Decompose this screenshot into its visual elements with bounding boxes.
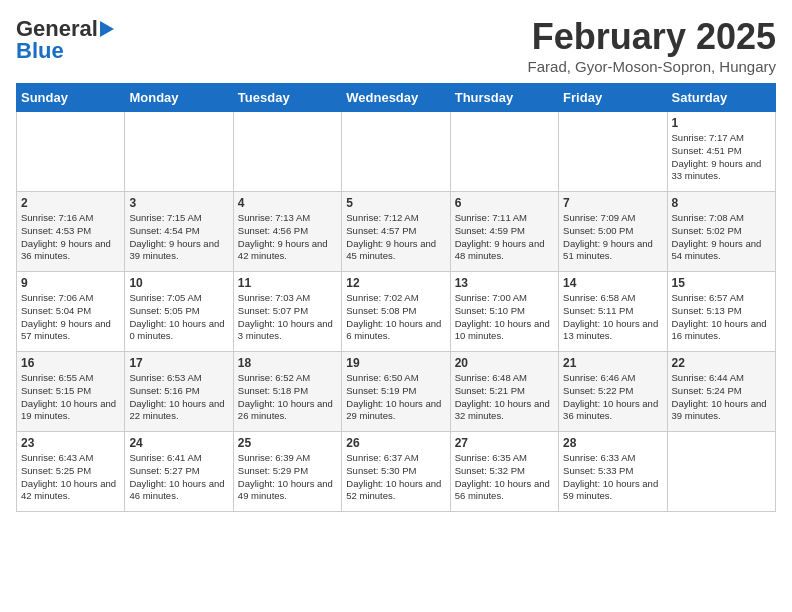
day-number: 17	[129, 356, 228, 370]
day-info: Sunrise: 7:12 AM Sunset: 4:57 PM Dayligh…	[346, 212, 445, 263]
day-number: 7	[563, 196, 662, 210]
day-number: 14	[563, 276, 662, 290]
day-number: 28	[563, 436, 662, 450]
logo-arrow-icon	[100, 21, 114, 37]
day-info: Sunrise: 7:17 AM Sunset: 4:51 PM Dayligh…	[672, 132, 771, 183]
calendar-cell: 16Sunrise: 6:55 AM Sunset: 5:15 PM Dayli…	[17, 352, 125, 432]
month-title: February 2025	[528, 16, 776, 58]
day-number: 3	[129, 196, 228, 210]
calendar-cell: 25Sunrise: 6:39 AM Sunset: 5:29 PM Dayli…	[233, 432, 341, 512]
day-info: Sunrise: 6:58 AM Sunset: 5:11 PM Dayligh…	[563, 292, 662, 343]
day-info: Sunrise: 6:35 AM Sunset: 5:32 PM Dayligh…	[455, 452, 554, 503]
weekday-header: Sunday	[17, 84, 125, 112]
day-number: 16	[21, 356, 120, 370]
calendar-cell: 1Sunrise: 7:17 AM Sunset: 4:51 PM Daylig…	[667, 112, 775, 192]
day-info: Sunrise: 7:03 AM Sunset: 5:07 PM Dayligh…	[238, 292, 337, 343]
calendar-cell	[667, 432, 775, 512]
calendar-cell: 21Sunrise: 6:46 AM Sunset: 5:22 PM Dayli…	[559, 352, 667, 432]
calendar-cell: 7Sunrise: 7:09 AM Sunset: 5:00 PM Daylig…	[559, 192, 667, 272]
calendar-cell: 4Sunrise: 7:13 AM Sunset: 4:56 PM Daylig…	[233, 192, 341, 272]
weekday-header: Saturday	[667, 84, 775, 112]
day-info: Sunrise: 7:05 AM Sunset: 5:05 PM Dayligh…	[129, 292, 228, 343]
day-number: 26	[346, 436, 445, 450]
day-number: 8	[672, 196, 771, 210]
calendar-header-row: SundayMondayTuesdayWednesdayThursdayFrid…	[17, 84, 776, 112]
day-info: Sunrise: 6:57 AM Sunset: 5:13 PM Dayligh…	[672, 292, 771, 343]
day-info: Sunrise: 6:39 AM Sunset: 5:29 PM Dayligh…	[238, 452, 337, 503]
day-number: 12	[346, 276, 445, 290]
day-info: Sunrise: 6:46 AM Sunset: 5:22 PM Dayligh…	[563, 372, 662, 423]
weekday-header: Wednesday	[342, 84, 450, 112]
calendar-cell	[17, 112, 125, 192]
day-info: Sunrise: 7:15 AM Sunset: 4:54 PM Dayligh…	[129, 212, 228, 263]
day-number: 19	[346, 356, 445, 370]
day-info: Sunrise: 7:11 AM Sunset: 4:59 PM Dayligh…	[455, 212, 554, 263]
calendar-cell: 20Sunrise: 6:48 AM Sunset: 5:21 PM Dayli…	[450, 352, 558, 432]
day-info: Sunrise: 7:16 AM Sunset: 4:53 PM Dayligh…	[21, 212, 120, 263]
location-title: Farad, Gyor-Moson-Sopron, Hungary	[528, 58, 776, 75]
calendar-cell	[559, 112, 667, 192]
calendar-week-row: 23Sunrise: 6:43 AM Sunset: 5:25 PM Dayli…	[17, 432, 776, 512]
calendar-cell: 10Sunrise: 7:05 AM Sunset: 5:05 PM Dayli…	[125, 272, 233, 352]
day-info: Sunrise: 7:09 AM Sunset: 5:00 PM Dayligh…	[563, 212, 662, 263]
calendar-week-row: 9Sunrise: 7:06 AM Sunset: 5:04 PM Daylig…	[17, 272, 776, 352]
calendar-cell	[450, 112, 558, 192]
calendar-cell: 22Sunrise: 6:44 AM Sunset: 5:24 PM Dayli…	[667, 352, 775, 432]
calendar-cell: 12Sunrise: 7:02 AM Sunset: 5:08 PM Dayli…	[342, 272, 450, 352]
calendar-cell: 23Sunrise: 6:43 AM Sunset: 5:25 PM Dayli…	[17, 432, 125, 512]
weekday-header: Tuesday	[233, 84, 341, 112]
day-number: 1	[672, 116, 771, 130]
logo: General Blue	[16, 16, 114, 64]
calendar-cell: 27Sunrise: 6:35 AM Sunset: 5:32 PM Dayli…	[450, 432, 558, 512]
day-info: Sunrise: 7:00 AM Sunset: 5:10 PM Dayligh…	[455, 292, 554, 343]
calendar-cell: 2Sunrise: 7:16 AM Sunset: 4:53 PM Daylig…	[17, 192, 125, 272]
calendar-week-row: 1Sunrise: 7:17 AM Sunset: 4:51 PM Daylig…	[17, 112, 776, 192]
day-info: Sunrise: 6:37 AM Sunset: 5:30 PM Dayligh…	[346, 452, 445, 503]
calendar-cell: 15Sunrise: 6:57 AM Sunset: 5:13 PM Dayli…	[667, 272, 775, 352]
calendar-cell: 9Sunrise: 7:06 AM Sunset: 5:04 PM Daylig…	[17, 272, 125, 352]
logo-blue: Blue	[16, 38, 64, 64]
day-number: 2	[21, 196, 120, 210]
calendar-cell: 5Sunrise: 7:12 AM Sunset: 4:57 PM Daylig…	[342, 192, 450, 272]
day-info: Sunrise: 6:43 AM Sunset: 5:25 PM Dayligh…	[21, 452, 120, 503]
calendar-cell: 6Sunrise: 7:11 AM Sunset: 4:59 PM Daylig…	[450, 192, 558, 272]
weekday-header: Monday	[125, 84, 233, 112]
day-number: 24	[129, 436, 228, 450]
day-number: 10	[129, 276, 228, 290]
day-number: 18	[238, 356, 337, 370]
calendar-table: SundayMondayTuesdayWednesdayThursdayFrid…	[16, 83, 776, 512]
title-area: February 2025 Farad, Gyor-Moson-Sopron, …	[528, 16, 776, 75]
calendar-cell: 17Sunrise: 6:53 AM Sunset: 5:16 PM Dayli…	[125, 352, 233, 432]
day-number: 11	[238, 276, 337, 290]
day-number: 13	[455, 276, 554, 290]
calendar-cell: 11Sunrise: 7:03 AM Sunset: 5:07 PM Dayli…	[233, 272, 341, 352]
day-info: Sunrise: 7:13 AM Sunset: 4:56 PM Dayligh…	[238, 212, 337, 263]
calendar-cell	[233, 112, 341, 192]
day-number: 9	[21, 276, 120, 290]
day-info: Sunrise: 6:53 AM Sunset: 5:16 PM Dayligh…	[129, 372, 228, 423]
calendar-cell	[125, 112, 233, 192]
day-info: Sunrise: 6:33 AM Sunset: 5:33 PM Dayligh…	[563, 452, 662, 503]
day-info: Sunrise: 7:02 AM Sunset: 5:08 PM Dayligh…	[346, 292, 445, 343]
day-info: Sunrise: 6:55 AM Sunset: 5:15 PM Dayligh…	[21, 372, 120, 423]
day-number: 20	[455, 356, 554, 370]
calendar-cell: 14Sunrise: 6:58 AM Sunset: 5:11 PM Dayli…	[559, 272, 667, 352]
day-info: Sunrise: 7:08 AM Sunset: 5:02 PM Dayligh…	[672, 212, 771, 263]
calendar-cell: 3Sunrise: 7:15 AM Sunset: 4:54 PM Daylig…	[125, 192, 233, 272]
day-info: Sunrise: 7:06 AM Sunset: 5:04 PM Dayligh…	[21, 292, 120, 343]
day-info: Sunrise: 6:44 AM Sunset: 5:24 PM Dayligh…	[672, 372, 771, 423]
calendar-cell: 8Sunrise: 7:08 AM Sunset: 5:02 PM Daylig…	[667, 192, 775, 272]
calendar-cell	[342, 112, 450, 192]
day-number: 6	[455, 196, 554, 210]
calendar-cell: 26Sunrise: 6:37 AM Sunset: 5:30 PM Dayli…	[342, 432, 450, 512]
calendar-cell: 28Sunrise: 6:33 AM Sunset: 5:33 PM Dayli…	[559, 432, 667, 512]
day-info: Sunrise: 6:48 AM Sunset: 5:21 PM Dayligh…	[455, 372, 554, 423]
day-info: Sunrise: 6:52 AM Sunset: 5:18 PM Dayligh…	[238, 372, 337, 423]
weekday-header: Thursday	[450, 84, 558, 112]
calendar-cell: 24Sunrise: 6:41 AM Sunset: 5:27 PM Dayli…	[125, 432, 233, 512]
day-number: 27	[455, 436, 554, 450]
weekday-header: Friday	[559, 84, 667, 112]
calendar-week-row: 16Sunrise: 6:55 AM Sunset: 5:15 PM Dayli…	[17, 352, 776, 432]
day-info: Sunrise: 6:41 AM Sunset: 5:27 PM Dayligh…	[129, 452, 228, 503]
calendar-cell: 18Sunrise: 6:52 AM Sunset: 5:18 PM Dayli…	[233, 352, 341, 432]
